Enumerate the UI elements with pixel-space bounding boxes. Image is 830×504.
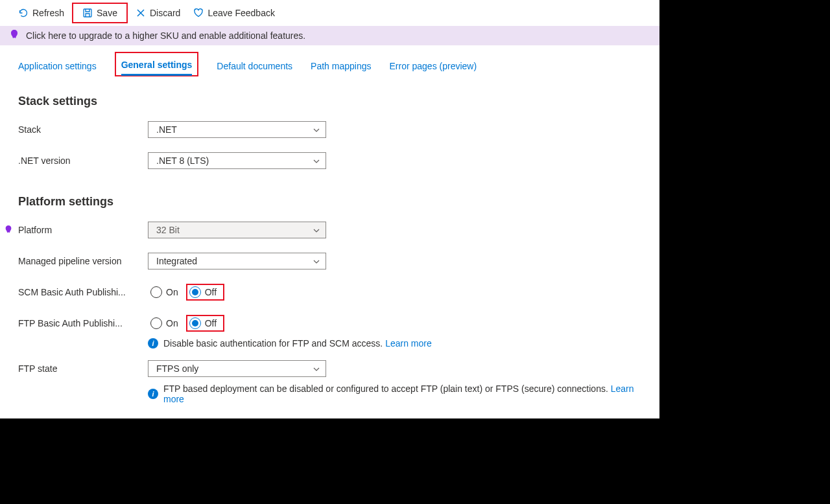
ftp-on-radio[interactable]: On [148, 316, 181, 330]
pipeline-label: Managed pipeline version [18, 256, 148, 266]
learn-more-link[interactable]: Learn more [385, 338, 432, 349]
rocket-icon [9, 29, 19, 42]
radio-checked-icon [189, 317, 201, 329]
pipeline-value: Integrated [156, 256, 197, 266]
feedback-label: Leave Feedback [208, 8, 275, 18]
platform-value: 32 Bit [156, 225, 180, 235]
stack-select[interactable]: .NET [148, 121, 326, 138]
refresh-button[interactable]: Refresh [13, 4, 69, 22]
stack-heading: Stack settings [18, 95, 641, 108]
ftp-state-info: i FTP based deployment can be disabled o… [148, 384, 641, 404]
radio-checked-icon [189, 286, 201, 298]
on-label: On [166, 287, 178, 297]
ftp-label: FTP Basic Auth Publishi... [18, 318, 148, 328]
off-label: Off [205, 318, 217, 328]
radio-icon [150, 286, 162, 298]
stack-settings-section: Stack settings Stack .NET .NET version .… [0, 76, 659, 189]
scm-radio-group: On Off [148, 284, 224, 301]
tab-path-mappings[interactable]: Path mappings [311, 56, 371, 76]
platform-label: Platform [18, 225, 148, 235]
radio-icon [150, 317, 162, 329]
svg-rect-0 [84, 9, 91, 17]
upgrade-banner[interactable]: Click here to upgrade to a higher SKU an… [0, 26, 659, 45]
platform-select[interactable]: 32 Bit [148, 222, 326, 238]
tab-general-settings[interactable]: General settings [121, 54, 193, 75]
basic-auth-info: i Disable basic authentication for FTP a… [148, 338, 641, 349]
chevron-down-icon [313, 365, 320, 372]
ftp-state-select[interactable]: FTPS only [148, 360, 326, 377]
ftp-off-radio[interactable]: Off [186, 315, 224, 332]
banner-text: Click here to upgrade to a higher SKU an… [26, 30, 305, 41]
platform-heading: Platform settings [18, 195, 641, 209]
discard-button[interactable]: Discard [130, 4, 185, 22]
ftp-radio-group: On Off [148, 315, 224, 332]
chevron-down-icon [313, 126, 320, 133]
heart-icon [193, 8, 204, 18]
net-version-value: .NET 8 (LTS) [156, 155, 209, 166]
rocket-icon [4, 225, 13, 236]
save-icon [82, 8, 93, 18]
toolbar: Refresh Save Discard Leave Feedback [0, 0, 659, 26]
ftp-state-info-text: FTP based deployment can be disabled or … [163, 384, 608, 394]
pipeline-select[interactable]: Integrated [148, 253, 326, 269]
basic-auth-info-text: Disable basic authentication for FTP and… [163, 338, 383, 349]
feedback-button[interactable]: Leave Feedback [188, 4, 280, 22]
stack-value: .NET [156, 124, 177, 135]
refresh-icon [18, 8, 29, 18]
stack-label: Stack [18, 124, 148, 135]
chevron-down-icon [313, 226, 320, 234]
close-icon [136, 8, 146, 18]
on-label: On [166, 318, 178, 328]
net-version-select[interactable]: .NET 8 (LTS) [148, 152, 326, 169]
scm-off-radio[interactable]: Off [186, 284, 224, 301]
refresh-label: Refresh [32, 8, 64, 18]
save-label: Save [97, 8, 117, 18]
tabs: Application settings General settings De… [0, 45, 659, 76]
net-version-label: .NET version [18, 155, 148, 166]
scm-on-radio[interactable]: On [148, 285, 181, 299]
tab-application-settings[interactable]: Application settings [18, 56, 97, 76]
tab-default-documents[interactable]: Default documents [217, 56, 292, 76]
save-button[interactable]: Save [72, 3, 128, 23]
scm-label: SCM Basic Auth Publishi... [18, 287, 148, 297]
chevron-down-icon [313, 257, 320, 265]
discard-label: Discard [150, 8, 180, 18]
chevron-down-icon [313, 157, 320, 165]
platform-settings-section: Platform settings Platform 32 Bit Manage… [0, 189, 659, 418]
tab-error-pages[interactable]: Error pages (preview) [389, 56, 477, 76]
off-label: Off [205, 287, 217, 297]
info-icon: i [148, 338, 158, 349]
ftp-state-value: FTPS only [156, 363, 198, 374]
ftp-state-label: FTP state [18, 363, 148, 374]
info-icon: i [148, 389, 158, 399]
